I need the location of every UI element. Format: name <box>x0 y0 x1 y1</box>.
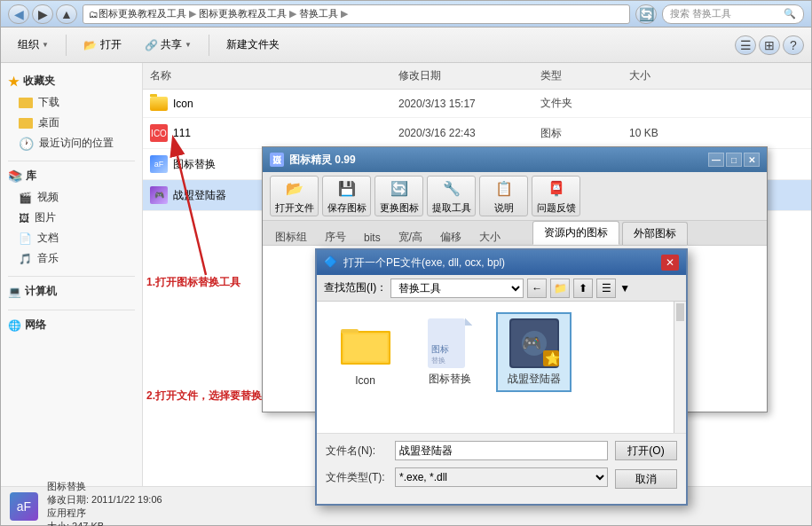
computer-icon: 💻 <box>8 286 21 298</box>
col-header-type[interactable]: 类型 <box>533 66 622 86</box>
table-row[interactable]: 🎮 战盟登陆器 <box>143 180 811 211</box>
help-btn[interactable]: ? <box>783 35 804 55</box>
status-file-icon: aF <box>10 492 38 521</box>
address-bar[interactable]: 🗂 图标更换教程及工具 ▶ 图标更换教程及工具 ▶ 替换工具 ▶ <box>83 4 630 24</box>
open-icon: 📂 <box>83 39 97 51</box>
file-icon-replace: aF <box>150 155 168 173</box>
library-icon: 📚 <box>8 169 22 183</box>
status-size: 大小: 247 KB <box>47 520 162 527</box>
address-part3: 替换工具 <box>299 7 338 20</box>
view-tiles-btn[interactable]: ⊞ <box>759 35 780 55</box>
open-button[interactable]: 📂 打开 <box>74 32 131 59</box>
file-icon-game: 🎮 <box>150 186 168 204</box>
up-button[interactable]: ▲ <box>56 4 77 24</box>
sidebar-item-music[interactable]: 🎵 音乐 <box>1 248 142 269</box>
sidebar-item-video[interactable]: 🎬 视频 <box>1 187 142 208</box>
toolbar-sep1 <box>66 35 67 56</box>
folder-icon <box>150 97 168 111</box>
search-placeholder: 搜索 替换工具 <box>670 7 731 20</box>
col-header-name[interactable]: 名称 <box>143 66 391 86</box>
pictures-icon: 🖼 <box>19 212 29 224</box>
favorites-section: ★ 收藏夹 下载 桌面 🕐 最近访问的位置 <box>1 70 142 153</box>
download-folder-icon <box>19 98 33 108</box>
table-row[interactable]: ICO 111 2020/3/16 22:43 图标 10 KB <box>143 118 811 149</box>
documents-icon: 📄 <box>19 232 32 245</box>
status-bar: aF 图标替换 修改日期: 2011/1/22 19:06 应用程序 大小: 2… <box>1 486 811 525</box>
sidebar-div2 <box>8 276 135 277</box>
toolbar: 组织 ▼ 📂 打开 🔗 共享 ▼ 新建文件夹 ☰ ⊞ ? <box>1 27 811 63</box>
network-icon: 🌐 <box>8 319 21 332</box>
computer-section: 💻 计算机 <box>1 280 142 302</box>
video-icon: 🎬 <box>19 192 32 204</box>
nav-buttons: ◀ ▶ ▲ <box>8 4 77 24</box>
sidebar-item-pictures[interactable]: 🖼 图片 <box>1 208 142 228</box>
organize-button[interactable]: 组织 ▼ <box>8 32 59 59</box>
view-controls: ☰ ⊞ ? <box>735 35 804 55</box>
network-header[interactable]: 🌐 网络 <box>1 314 142 336</box>
share-icon: 🔗 <box>145 39 158 51</box>
sidebar-div1 <box>8 161 135 161</box>
table-row[interactable]: aF 图标替换 <box>143 149 811 180</box>
main-window: ◀ ▶ ▲ 🗂 图标更换教程及工具 ▶ 图标更换教程及工具 ▶ 替换工具 ▶ 🔄… <box>0 0 812 526</box>
sidebar-div3 <box>8 310 135 310</box>
col-header-size[interactable]: 大小 <box>622 66 693 86</box>
library-section: 📚 库 🎬 视频 🖼 图片 📄 文档 🎵 音乐 <box>1 165 142 269</box>
library-header: 📚 库 <box>1 165 142 187</box>
sidebar-item-recent[interactable]: 🕐 最近访问的位置 <box>1 133 142 153</box>
new-folder-button[interactable]: 新建文件夹 <box>217 32 289 59</box>
address-icon: 🗂 <box>89 9 99 20</box>
sidebar-item-desktop[interactable]: 桌面 <box>1 113 142 133</box>
recent-icon: 🕐 <box>19 137 34 151</box>
table-row[interactable]: Icon 2020/3/13 15:17 文件夹 <box>143 90 811 118</box>
network-section: 🌐 网络 <box>1 314 142 336</box>
status-type: 应用程序 <box>47 506 162 520</box>
toolbar-sep2 <box>209 35 209 56</box>
file-icon-111: ICO <box>150 124 168 142</box>
title-bar: ◀ ▶ ▲ 🗂 图标更换教程及工具 ▶ 图标更换教程及工具 ▶ 替换工具 ▶ 🔄… <box>1 1 811 27</box>
address-part1: 图标更换教程及工具 <box>99 7 186 20</box>
search-bar[interactable]: 搜索 替换工具 🔍 <box>662 4 804 24</box>
back-button[interactable]: ◀ <box>8 4 29 24</box>
main-content: ★ 收藏夹 下载 桌面 🕐 最近访问的位置 📚 <box>1 63 811 486</box>
file-list: 名称 修改日期 类型 大小 Icon 2020/3/13 15:17 文件夹 I… <box>143 63 811 486</box>
view-details-btn[interactable]: ☰ <box>735 35 756 55</box>
title-bar-left: ◀ ▶ ▲ 🗂 图标更换教程及工具 ▶ 图标更换教程及工具 ▶ 替换工具 ▶ 🔄… <box>8 4 804 24</box>
share-dropdown-arrow: ▼ <box>185 41 192 49</box>
sidebar-item-download[interactable]: 下载 <box>1 92 142 113</box>
col-header-date[interactable]: 修改日期 <box>391 66 533 86</box>
computer-header[interactable]: 💻 计算机 <box>1 280 142 302</box>
music-icon: 🎵 <box>19 253 32 265</box>
star-icon: ★ <box>8 75 20 89</box>
address-part2: 图标更换教程及工具 <box>199 7 287 20</box>
favorites-header: ★ 收藏夹 <box>1 70 142 92</box>
status-filename: 图标替换 <box>47 480 162 493</box>
file-list-header: 名称 修改日期 类型 大小 <box>143 63 811 90</box>
desktop-folder-icon <box>19 118 33 129</box>
forward-button[interactable]: ▶ <box>32 4 53 24</box>
status-info: 图标替换 修改日期: 2011/1/22 19:06 应用程序 大小: 247 … <box>47 480 162 527</box>
sidebar: ★ 收藏夹 下载 桌面 🕐 最近访问的位置 📚 <box>1 63 143 486</box>
refresh-button[interactable]: 🔄 <box>635 4 657 24</box>
share-button[interactable]: 🔗 共享 ▼ <box>135 32 201 59</box>
sidebar-item-documents[interactable]: 📄 文档 <box>1 228 142 248</box>
status-modify: 修改日期: 2011/1/22 19:06 <box>47 493 162 506</box>
search-icon: 🔍 <box>784 8 796 20</box>
organize-dropdown-arrow: ▼ <box>42 41 49 49</box>
